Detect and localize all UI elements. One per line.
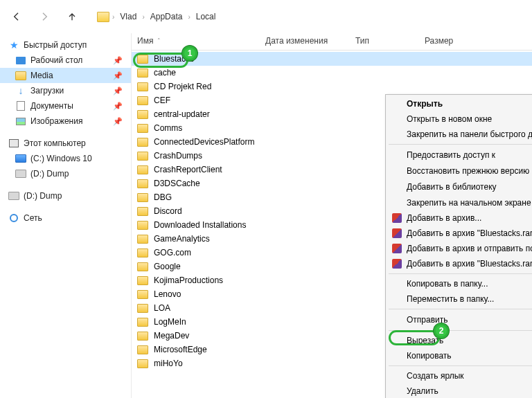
folder-icon [137,207,148,216]
file-name: LogMeIn [154,317,186,327]
menu-open-new[interactable]: Открыть в новом окне [387,111,532,127]
sidebar-disk-d1[interactable]: (D:) Dump [0,166,131,181]
menu-label: Добавить в архив "Bluestacks.rar" и отпр… [407,259,532,269]
file-name: GOG.com [154,248,191,257]
menu-add-name-email[interactable]: Добавить в архив "Bluestacks.rar" и отпр… [387,256,532,271]
up-button[interactable] [61,6,83,28]
pictures-icon [15,116,26,127]
menu-label: Добавить в архив "Bluestacks.rar" [407,228,532,238]
folder-icon [137,235,148,244]
menu-label: Закрепить на начальном экране [407,198,531,208]
col-label: Тип [355,36,369,46]
folder-icon [137,248,148,257]
crumb-local[interactable]: Local [193,10,219,23]
menu-pin-start[interactable]: Закрепить на начальном экране [387,195,532,210]
folder-icon [137,152,148,161]
file-name: ConnectedDevicesPlatform [154,137,254,147]
folder-icon [137,179,148,188]
menu-move-folder[interactable]: Переместить в папку... [387,291,532,307]
folder-icon [137,345,148,354]
menu-sep [389,144,532,145]
folder-icon [137,332,148,341]
menu-label: Копировать в папку... [407,279,488,289]
folder-icon [137,221,148,230]
col-size[interactable]: Размер [425,36,473,46]
menu-label: Переместить в папку... [407,294,494,304]
menu-label: Закрепить на панели быстрого доступа [407,129,532,139]
sidebar-quick-access[interactable]: ★Быстрый доступ [0,37,131,53]
file-name: CEF [154,96,170,105]
rar-icon [391,228,402,239]
folder-icon [137,276,148,285]
sidebar-media[interactable]: Media📌 [0,68,131,83]
sidebar-this-pc[interactable]: Этот компьютер [0,136,131,151]
menu-label: Добавить в архив... [407,213,481,223]
menu-give-access[interactable]: Предоставить доступ к› [387,147,532,163]
menu-label: Копировать [407,351,452,361]
chevron-right-icon: › [188,13,190,21]
sidebar: ★Быстрый доступ Рабочий стол📌 Media📌 ↓За… [0,33,132,398]
file-name: miHoYo [154,359,183,368]
sidebar-item-label: Рабочий стол [30,55,82,65]
file-name: LOA [154,303,170,313]
sidebar-item-label: (D:) Dump [24,191,62,201]
menu-send[interactable]: Отправить› [387,311,532,328]
folder-icon [137,124,148,133]
folder-icon [137,318,148,327]
menu-sep [389,273,532,274]
menu-add-archive[interactable]: Добавить в архив... [387,210,532,226]
file-row[interactable]: cache [132,66,532,80]
sidebar-item-label: Документы [30,101,73,111]
sidebar-item-label: Изображения [30,116,82,126]
sidebar-disk-c[interactable]: (C:) Windows 10 [0,151,131,166]
menu-sep [389,309,532,309]
menu-restore[interactable]: Восстановить прежнюю версию [387,163,532,179]
sidebar-disk-d2[interactable]: (D:) Dump [0,188,131,203]
col-name[interactable]: Имя˄ [137,36,265,46]
menu-label: Восстановить прежнюю версию [407,166,529,176]
sidebar-documents[interactable]: Документы📌 [0,98,131,114]
col-label: Размер [425,36,453,46]
file-row[interactable]: CD Projekt Red [132,80,532,93]
menu-add-library[interactable]: Добавить в библиотеку› [387,179,532,195]
disk-icon [15,153,26,164]
network-icon [8,212,19,224]
col-type[interactable]: Тип [355,36,425,46]
menu-delete[interactable]: Удалить [387,383,532,398]
sidebar-network[interactable]: Сеть [0,210,131,226]
menu-shortcut[interactable]: Создать ярлык [387,368,532,383]
menu-label: Создать ярлык [407,371,464,381]
sidebar-item-label: Media [30,71,53,80]
file-name: Downloaded Installations [154,220,246,230]
col-date[interactable]: Дата изменения [265,36,355,46]
crumb-vlad[interactable]: Vlad [117,10,139,23]
menu-label: Открыть в новом окне [407,114,492,124]
menu-add-archive-name[interactable]: Добавить в архив "Bluestacks.rar" [387,226,532,241]
menu-pin-quick[interactable]: Закрепить на панели быстрого доступа [387,127,532,142]
sidebar-item-label: Сеть [24,213,42,223]
menu-copy-folder[interactable]: Копировать в папку... [387,276,532,291]
main-panel: Имя˄ Дата изменения Тип Размер Bluestack… [132,33,532,398]
forward-button[interactable] [33,6,55,28]
badge-2: 2 [434,323,449,338]
menu-copy[interactable]: Копировать [387,348,532,363]
menu-add-email[interactable]: Добавить в архив и отправить по e-mail..… [387,241,532,256]
crumb-appdata[interactable]: AppData [148,10,186,23]
file-name: GameAnalytics [154,234,210,244]
rar-icon [391,258,402,269]
folder-icon [137,304,148,313]
folder-icon [15,70,26,81]
sidebar-item-label: Быстрый доступ [24,40,87,50]
folder-icon [137,359,148,368]
menu-open[interactable]: Открыть [387,96,532,111]
menu-cut[interactable]: Вырезать [387,333,532,348]
breadcrumb[interactable]: › Vlad › AppData › Local [97,10,218,23]
file-name: Lenovo [154,289,181,299]
sidebar-pictures[interactable]: Изображения📌 [0,114,131,129]
menu-label: Добавить в библиотеку [407,182,497,192]
sidebar-desktop[interactable]: Рабочий стол📌 [0,53,131,68]
sidebar-downloads[interactable]: ↓Загрузки📌 [0,83,131,98]
back-button[interactable] [6,6,28,28]
sidebar-item-label: (C:) Windows 10 [30,154,92,163]
file-name: DBG [154,192,172,202]
